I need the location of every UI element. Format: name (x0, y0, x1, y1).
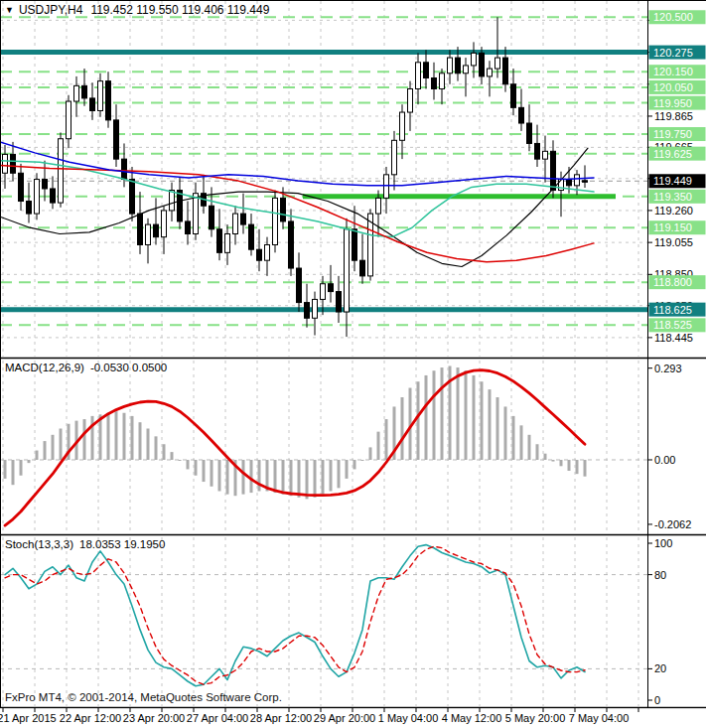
macd-histogram-bar (52, 435, 55, 460)
axis-label: 4 May 12:00 (442, 712, 502, 724)
teal-price-label: 120.275 (649, 46, 706, 60)
macd-histogram-bar (425, 375, 428, 460)
level-price-label: 119.350 (649, 190, 706, 204)
axis-label: 118.800 (653, 276, 692, 288)
macd-histogram-bar (346, 460, 349, 479)
level-price-label: 118.800 (649, 275, 706, 289)
macd-histogram-bar (139, 422, 142, 460)
axis-label: 119.150 (653, 221, 692, 233)
macd-histogram-bar (195, 460, 198, 476)
macd-histogram-bar (290, 460, 293, 496)
macd-histogram-bar (179, 460, 182, 461)
axis-label: 7 May 04:00 (569, 712, 630, 724)
axis-label: -0.2062 (654, 518, 691, 530)
macd-histogram-bar (385, 419, 388, 460)
axis-label: 1 May 04:00 (378, 712, 439, 724)
macd-histogram-bar (187, 460, 190, 469)
axis-label: 120.275 (653, 47, 693, 59)
axis-label: 120.500 (653, 11, 693, 23)
macd-histogram-bar (576, 460, 579, 474)
level-price-label: 119.625 (649, 147, 706, 161)
macd-histogram-bar (131, 416, 134, 460)
macd-histogram-bar (536, 444, 539, 460)
macd-histogram-bar (560, 460, 563, 466)
macd-histogram-bar (465, 370, 468, 460)
macd-histogram-bar (544, 454, 547, 460)
macd-histogram-bar (496, 397, 499, 460)
macd-histogram-bar (330, 460, 333, 492)
time-axis[interactable]: 21 Apr 201522 Apr 12:0023 Apr 20:0027 Ap… (0, 708, 706, 728)
macd-histogram-bar (401, 397, 404, 460)
axis-label: 0.293 (654, 363, 682, 374)
macd-histogram-bar (60, 428, 63, 460)
macd-histogram-bar (584, 460, 587, 477)
macd-histogram-bar (242, 460, 245, 495)
current-price-label: 119.449 (649, 174, 706, 188)
level-price-label: 118.525 (649, 318, 706, 332)
macd-histogram-bar (12, 460, 15, 485)
mt4-chart-window[interactable]: 120.480120.275120.070119.865119.665119.4… (0, 0, 706, 728)
chart-canvas[interactable]: 120.480120.275120.070119.865119.665119.4… (0, 0, 706, 728)
axis-label: 21 Apr 2015 (0, 712, 57, 724)
axis-label: 119.350 (653, 191, 692, 203)
axis-label: 119.625 (653, 148, 692, 160)
macd-histogram-bar (155, 436, 158, 460)
macd-histogram-bar (20, 460, 23, 476)
axis-label: 119.055 (654, 236, 693, 248)
macd-histogram-bar (568, 460, 571, 471)
macd-histogram-bar (528, 435, 531, 460)
macd-histogram-bar (504, 406, 507, 460)
axis-label: 119.260 (654, 205, 693, 217)
axis-label: 118.445 (654, 332, 693, 344)
macd-histogram-bar (44, 441, 47, 460)
macd-histogram-bar (83, 419, 86, 460)
axis-label: 0 (654, 694, 660, 706)
axis-label: 120.050 (653, 81, 693, 93)
macd-histogram-bar (314, 460, 317, 498)
macd-histogram-bar (4, 460, 7, 479)
level-price-label: 119.950 (649, 96, 706, 110)
level-price-label: 120.050 (649, 80, 706, 94)
axis-label: 119.449 (653, 175, 692, 187)
macd-histogram-bar (91, 416, 94, 460)
macd-histogram-bar (36, 451, 39, 460)
axis-label: 118.625 (653, 304, 692, 316)
macd-histogram-bar (441, 367, 444, 460)
axis-label: 20 (654, 662, 666, 674)
macd-histogram-bar (203, 460, 206, 482)
macd-histogram-bar (28, 460, 31, 463)
macd-histogram-bar (512, 416, 515, 460)
macd-histogram-bar (353, 460, 356, 469)
macd-histogram-bar (552, 460, 555, 462)
axis-label: 100 (654, 537, 672, 549)
macd-histogram-bar (361, 460, 364, 461)
candle (35, 173, 40, 219)
teal-price-label: 118.625 (649, 303, 706, 317)
macd-histogram-bar (147, 428, 150, 460)
macd-histogram-bar (433, 370, 436, 460)
axis-label: 29 Apr 20:00 (314, 712, 375, 724)
macd-histogram-bar (457, 367, 460, 460)
level-price-label: 119.150 (649, 220, 706, 234)
level-price-label: 120.150 (649, 65, 706, 78)
macd-histogram-bar (171, 452, 174, 460)
macd-histogram-bar (481, 381, 484, 460)
axis-label: 119.950 (653, 97, 692, 109)
candle (273, 191, 278, 253)
macd-histogram-bar (377, 432, 380, 460)
axis-label: 118.525 (653, 319, 692, 331)
price-axis[interactable]: 120.480120.275120.070119.865119.665119.4… (647, 0, 706, 728)
macd-histogram-bar (226, 460, 229, 495)
macd-histogram-bar (163, 444, 166, 460)
macd-histogram-bar (250, 460, 253, 493)
level-price-label: 120.500 (649, 10, 706, 24)
macd-histogram-bar (417, 381, 420, 460)
macd-histogram-bar (520, 425, 523, 460)
macd-histogram-bar (258, 460, 261, 492)
macd-histogram-bar (473, 375, 476, 460)
axis-label: 119.750 (653, 128, 692, 140)
axis-label: 0.00 (654, 454, 675, 466)
axis-label: 28 Apr 12:00 (250, 712, 312, 724)
macd-histogram-bar (107, 413, 110, 460)
macd-histogram-bar (123, 413, 126, 460)
